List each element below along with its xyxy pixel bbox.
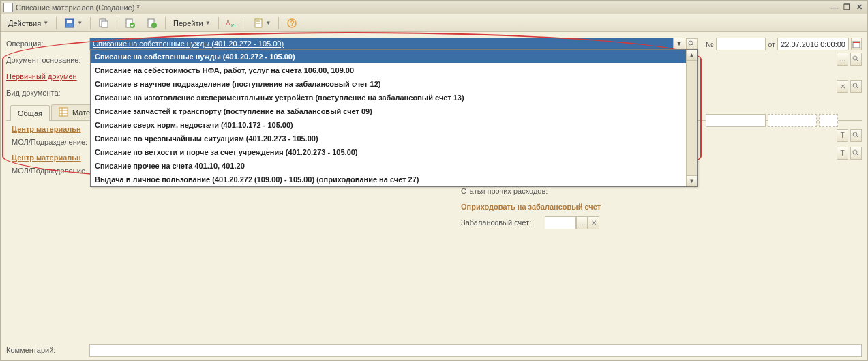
separator: [218, 17, 219, 29]
lower-right: Статья прочих расходов: Оприходовать на …: [461, 184, 862, 231]
grid-icon: [59, 107, 70, 118]
calendar-button[interactable]: [851, 38, 862, 50]
lookup-button[interactable]: [850, 129, 862, 142]
unpost-icon: [147, 18, 158, 29]
comment-field[interactable]: [89, 344, 862, 357]
number-field[interactable]: [716, 38, 766, 50]
operation-field[interactable]: Списание на собственные нужды (401.20.27…: [89, 38, 685, 50]
tab-general-label: Общая: [18, 109, 42, 117]
scroll-down-button[interactable]: ▼: [687, 175, 697, 186]
toolbar: Действия ▼ ▼ Перейти ▼ ДКт ▼ ?: [1, 14, 867, 32]
minimize-button[interactable]: —: [829, 3, 840, 12]
tab-general[interactable]: Общая: [10, 105, 50, 121]
goto-menu[interactable]: Перейти ▼: [168, 16, 215, 30]
operation-label: Операция:: [6, 40, 89, 48]
number-label: №: [706, 40, 714, 48]
window-buttons: — ❐ ✕: [829, 3, 865, 12]
post-icon: [125, 18, 136, 29]
report-button[interactable]: ▼: [248, 16, 276, 30]
lookup-button[interactable]: [850, 53, 862, 66]
article-label: Статья прочих расходов:: [461, 187, 548, 195]
scrollbar[interactable]: ▲ ▼: [686, 50, 697, 186]
ellipsis-button[interactable]: …: [576, 216, 588, 229]
post-button[interactable]: [120, 16, 140, 30]
dropdown-item[interactable]: Списание на себестоимость НФА, работ, ус…: [91, 63, 686, 77]
close-button[interactable]: ✕: [854, 3, 865, 12]
dropdown-item[interactable]: Списание в научное подразделение (поступ…: [91, 77, 686, 91]
svg-text:?: ?: [290, 20, 295, 27]
help-button[interactable]: ?: [282, 16, 302, 30]
dropdown-item[interactable]: Списание на собственные нужды (401.20.27…: [91, 50, 686, 63]
clear-button[interactable]: ✕: [837, 80, 848, 93]
dropdown-item[interactable]: Списание по ветхости и порче за счет учр…: [91, 145, 686, 159]
copy-icon: [98, 18, 109, 29]
offbalance-heading: Оприходовать на забалансовый счет: [461, 203, 862, 211]
text-button[interactable]: T: [837, 147, 848, 160]
svg-text:Кт: Кт: [231, 23, 237, 28]
actions-menu[interactable]: Действия ▼: [3, 16, 53, 30]
actions-label: Действия: [8, 19, 41, 27]
svg-line-16: [692, 44, 694, 46]
dropdown-item[interactable]: Списание запчастей к транспорту (поступл…: [91, 104, 686, 118]
dropdown-list: Списание на собственные нужды (401.20.27…: [91, 50, 686, 186]
save-icon: [64, 18, 75, 29]
offbal-field[interactable]: [545, 216, 576, 229]
unpost-button[interactable]: [142, 16, 162, 30]
titlebar: Списание материалов (Создание) * — ❐ ✕: [1, 1, 867, 14]
comment-label: Комментарий:: [6, 346, 89, 354]
restore-button[interactable]: ❐: [841, 3, 852, 12]
field-a[interactable]: [706, 114, 766, 127]
mol1-label: МОЛ/Подразделение:: [12, 138, 91, 146]
date-value: 22.07.2016 0:00:00: [778, 40, 848, 48]
dropdown-item[interactable]: Списание по чрезвычайным ситуациям (401.…: [91, 132, 686, 145]
separator: [90, 17, 91, 29]
document-icon: [3, 3, 13, 12]
goto-label: Перейти: [173, 19, 203, 27]
separator: [117, 17, 117, 29]
window-title: Списание материалов (Создание) *: [16, 3, 826, 12]
from-label: от: [768, 40, 775, 48]
report-icon: [253, 18, 264, 29]
basis-label: Документ-основание:: [6, 56, 89, 64]
save-button[interactable]: ▼: [59, 16, 87, 30]
text-button[interactable]: T: [837, 129, 848, 142]
dropdown-item[interactable]: Списание сверх норм, недостачи (401.10.1…: [91, 118, 686, 132]
primary-doc-label: Первичный докумен: [6, 72, 89, 81]
separator: [245, 17, 245, 29]
date-field[interactable]: 22.07.2016 0:00:00: [777, 38, 849, 50]
lookup-button[interactable]: [686, 38, 698, 50]
scroll-up-button[interactable]: ▲: [687, 50, 697, 61]
svg-line-30: [856, 154, 858, 156]
header-right: № от 22.07.2016 0:00:00 … ✕ T T: [706, 38, 862, 162]
separator: [278, 17, 279, 29]
field-b[interactable]: [768, 114, 817, 127]
lookup-button[interactable]: [850, 80, 862, 93]
chevron-down-icon: ▼: [205, 20, 211, 26]
chevron-down-icon: ▼: [266, 20, 271, 26]
svg-line-28: [856, 136, 858, 138]
copy-button[interactable]: [93, 16, 114, 30]
svg-rect-17: [59, 108, 68, 116]
doctype-label: Вид документа:: [6, 89, 89, 97]
lookup-button[interactable]: [850, 147, 862, 160]
offbal-acc-label: Забалансовый счет:: [461, 218, 531, 227]
dropdown-item[interactable]: Списание прочее на счета 401.10, 401.20: [91, 159, 686, 173]
dropdown-toggle[interactable]: ▼: [673, 38, 685, 50]
svg-point-7: [151, 23, 157, 28]
field-c[interactable]: [819, 114, 838, 127]
operation-dropdown: Списание на собственные нужды (401.20.27…: [90, 49, 698, 187]
separator: [56, 17, 57, 29]
dropdown-item[interactable]: Списание на изготовление экспериментальн…: [91, 91, 686, 104]
svg-rect-1: [67, 20, 72, 23]
footer: Комментарий:: [6, 343, 862, 358]
dropdown-item[interactable]: Выдача в личное пользование (401.20.272 …: [91, 173, 686, 186]
help-icon: ?: [286, 18, 297, 29]
clear-button[interactable]: ✕: [588, 216, 599, 229]
svg-line-24: [856, 59, 858, 61]
dtct-button[interactable]: ДКт: [222, 16, 242, 30]
operation-value: Списание на собственные нужды (401.20.27…: [90, 40, 673, 48]
app-window: Списание материалов (Создание) * — ❐ ✕ Д…: [0, 0, 868, 361]
chevron-down-icon: ▼: [43, 20, 48, 26]
separator: [165, 17, 166, 29]
ellipsis-button[interactable]: …: [837, 53, 848, 66]
